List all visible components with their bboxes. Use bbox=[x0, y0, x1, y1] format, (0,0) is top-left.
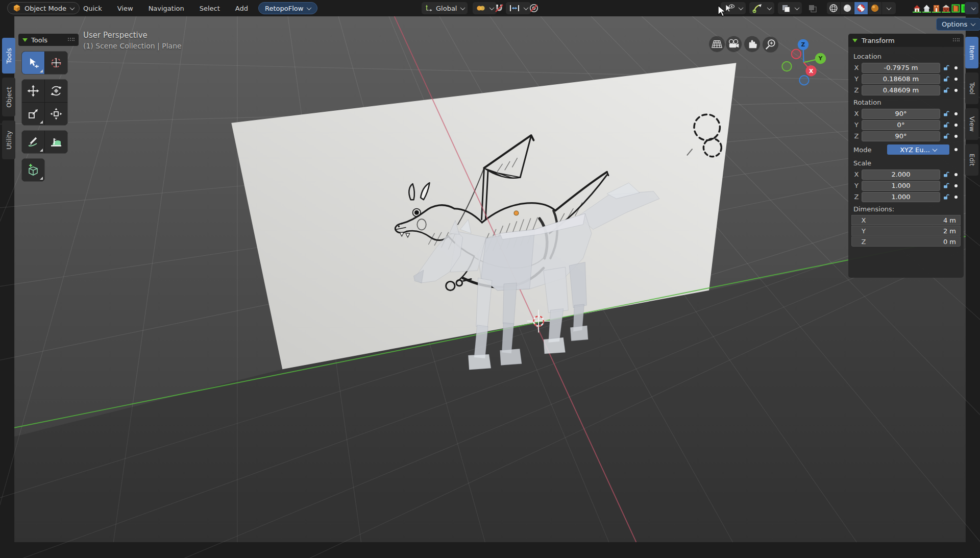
sidebar-tab-utility[interactable]: Utility bbox=[2, 120, 15, 159]
snap-target-dropdown[interactable] bbox=[506, 2, 531, 14]
location-y-field[interactable]: 0.18608 m bbox=[862, 74, 940, 84]
xray-toggle[interactable] bbox=[807, 2, 818, 14]
shading-material-preview-button[interactable] bbox=[854, 2, 868, 14]
scale-z-field[interactable]: 1.000 bbox=[862, 192, 940, 202]
sidebar-tab-edit[interactable]: Edit bbox=[965, 144, 978, 176]
menu-navigation[interactable]: Navigation bbox=[149, 5, 184, 12]
menu-add[interactable]: Add bbox=[235, 5, 248, 12]
drag-grip-icon[interactable] bbox=[67, 37, 75, 42]
rotation-x-field[interactable]: 90° bbox=[862, 109, 940, 119]
dimension-x-row[interactable]: X 4 m bbox=[851, 215, 961, 225]
decorator-dot[interactable] bbox=[951, 173, 961, 176]
tool-scale[interactable] bbox=[22, 103, 44, 125]
camera-view-button[interactable] bbox=[726, 36, 742, 52]
decorator-dot[interactable] bbox=[951, 66, 961, 69]
rotation-y-row: Y 0° bbox=[851, 119, 961, 130]
menu-select[interactable]: Select bbox=[200, 5, 220, 12]
gizmo-neg-y-ball[interactable] bbox=[782, 62, 791, 71]
chevron-down-icon bbox=[971, 21, 976, 26]
rotation-z-field[interactable]: 90° bbox=[862, 131, 940, 141]
rotation-section-label: Rotation bbox=[851, 96, 961, 108]
lock-icon[interactable] bbox=[940, 64, 951, 71]
decorator-dot[interactable] bbox=[951, 196, 961, 199]
decorator-dot[interactable] bbox=[951, 124, 961, 127]
decorator-dot[interactable] bbox=[951, 78, 961, 81]
viewport-3d[interactable]: Z Y X bbox=[0, 16, 980, 558]
tool-move[interactable] bbox=[22, 80, 44, 102]
sidebar-tab-item[interactable]: Item bbox=[965, 37, 978, 68]
decorator-dot[interactable] bbox=[951, 184, 961, 187]
decorator-dot[interactable] bbox=[951, 148, 961, 151]
tool-rotate[interactable] bbox=[45, 80, 67, 102]
lock-icon[interactable] bbox=[940, 133, 951, 139]
location-z-field[interactable]: 0.48609 m bbox=[862, 85, 940, 95]
tool-transform[interactable] bbox=[45, 103, 67, 125]
location-z-row: Z 0.48609 m bbox=[851, 85, 961, 95]
sidebar-tab-view[interactable]: View bbox=[965, 108, 978, 140]
mode-selector[interactable]: Object Mode bbox=[7, 2, 80, 14]
house-red-roof-icon[interactable] bbox=[913, 4, 921, 13]
overlays-dropdown[interactable] bbox=[778, 2, 802, 14]
tool-measure[interactable] bbox=[45, 131, 67, 153]
scale-y-field[interactable]: 1.000 bbox=[862, 181, 940, 191]
tool-select-tweak[interactable] bbox=[22, 52, 44, 74]
gizmo-x-label: X bbox=[809, 68, 813, 75]
decorator-dot[interactable] bbox=[951, 89, 961, 92]
object-visibility-dropdown[interactable] bbox=[721, 2, 746, 14]
dimension-z-value: 0 m bbox=[871, 238, 956, 246]
rotation-y-field[interactable]: 0° bbox=[862, 120, 940, 130]
dimension-z-row[interactable]: Z 0 m bbox=[851, 236, 961, 247]
tool-annotate[interactable] bbox=[22, 131, 44, 153]
transform-panel-header[interactable]: Transform bbox=[848, 34, 964, 47]
lock-icon[interactable] bbox=[940, 122, 951, 128]
shading-wireframe-button[interactable] bbox=[827, 2, 841, 14]
decorator-dot[interactable] bbox=[951, 135, 961, 138]
chevron-down-icon bbox=[971, 5, 976, 10]
blender-window: Object Mode Quick View Navigation Select… bbox=[0, 0, 980, 558]
tools-panel-header[interactable]: Tools bbox=[18, 34, 79, 46]
decorator-dot[interactable] bbox=[951, 112, 961, 115]
sidebar-tab-tools[interactable]: Tools bbox=[2, 38, 15, 74]
proportional-editing-toggle[interactable] bbox=[529, 2, 539, 14]
door-orange-icon[interactable] bbox=[951, 4, 960, 13]
rotation-mode-dropdown[interactable]: XYZ Eu... bbox=[887, 144, 949, 155]
gizmo-neg-z-ball[interactable] bbox=[799, 76, 808, 85]
retopoflow-menu[interactable]: RetopoFlow bbox=[258, 2, 317, 14]
shading-options-dropdown[interactable] bbox=[882, 2, 896, 14]
scale-z-row: Z 1.000 bbox=[851, 191, 961, 202]
shading-solid-button[interactable] bbox=[841, 2, 854, 14]
pivot-point-dropdown[interactable] bbox=[473, 2, 497, 14]
lock-icon[interactable] bbox=[940, 171, 951, 178]
gizmos-dropdown[interactable] bbox=[749, 2, 774, 14]
house-brick-icon[interactable] bbox=[942, 4, 950, 13]
tool-add-cube[interactable] bbox=[22, 159, 44, 181]
pan-view-button[interactable] bbox=[744, 36, 760, 52]
tool-cursor[interactable] bbox=[45, 52, 67, 74]
chevron-down-icon bbox=[887, 5, 892, 10]
wolf-front-paw bbox=[468, 354, 491, 370]
menu-view[interactable]: View bbox=[117, 5, 133, 12]
menu-quick[interactable]: Quick bbox=[83, 5, 102, 12]
shading-rendered-button[interactable] bbox=[868, 2, 882, 14]
lock-icon[interactable] bbox=[940, 193, 951, 200]
lock-icon[interactable] bbox=[940, 76, 951, 82]
lock-icon[interactable] bbox=[940, 182, 951, 189]
sidebar-tab-tool[interactable]: Tool bbox=[965, 72, 978, 104]
snap-toggle[interactable] bbox=[494, 2, 504, 14]
lock-icon[interactable] bbox=[940, 87, 951, 93]
transform-orientation-dropdown[interactable]: Global bbox=[422, 2, 468, 14]
options-dropdown[interactable]: Options bbox=[936, 18, 980, 31]
building-orange-icon[interactable] bbox=[932, 4, 941, 13]
location-x-field[interactable]: -0.7975 m bbox=[862, 63, 940, 73]
menu-bar: Quick View Navigation Select Add Object bbox=[83, 0, 285, 16]
lock-icon[interactable] bbox=[940, 110, 951, 117]
grid-ortho-button[interactable] bbox=[709, 36, 725, 52]
header-extra-dropdown[interactable] bbox=[965, 2, 978, 14]
gizmo-neg-x-ball[interactable] bbox=[792, 50, 801, 59]
scale-x-field[interactable]: 2.000 bbox=[862, 169, 940, 180]
sidebar-tab-object[interactable]: Object bbox=[2, 78, 15, 116]
drag-grip-icon[interactable] bbox=[952, 38, 960, 43]
zoom-view-button[interactable] bbox=[763, 37, 778, 53]
dimension-y-row[interactable]: Y 2 m bbox=[851, 226, 961, 236]
house-gray-icon[interactable] bbox=[922, 4, 931, 13]
